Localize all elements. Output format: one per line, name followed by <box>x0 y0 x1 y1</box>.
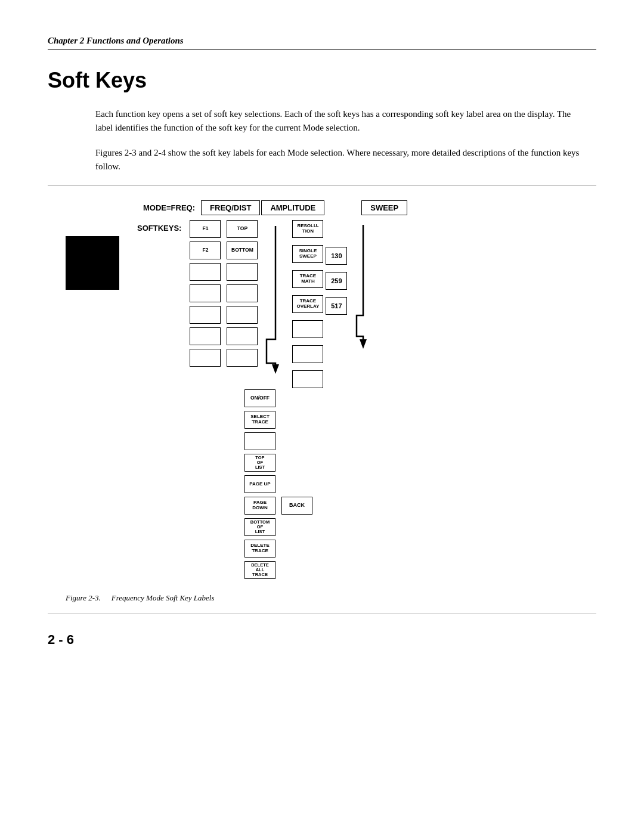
back-column: BACK <box>281 389 312 518</box>
key-single-sweep[interactable]: SINGLESWEEP <box>292 245 323 263</box>
mode-row: MODE=FREQ: FREQ/DIST AMPLITUDE SWEEP <box>143 200 578 215</box>
col1-freqdist: F1 F2 <box>190 220 221 370</box>
key-blank-4b[interactable] <box>227 327 258 345</box>
sweep-tab[interactable]: SWEEP <box>361 200 407 215</box>
key-resolution[interactable]: RESOLU-TION <box>292 220 323 238</box>
softkeys-label: SOFTKEYS: <box>137 224 181 233</box>
body-para1: Each function key opens a set of soft ke… <box>95 107 584 135</box>
key-page-up[interactable]: PAGE UP <box>244 475 275 493</box>
black-square-decoration <box>66 236 119 290</box>
section-title: Soft Keys <box>48 68 596 93</box>
key-blank-5a[interactable] <box>190 349 221 367</box>
key-blank-2b[interactable] <box>227 284 258 302</box>
submenu-column: ON/OFF SELECTTRACE TOPOFLIST PAGE UP PAG… <box>244 389 275 583</box>
svg-marker-0 <box>272 364 279 374</box>
key-delete-all-trace[interactable]: DELETEALLTRACE <box>244 561 275 579</box>
key-blank-sweep3[interactable] <box>292 370 323 388</box>
key-trace-math[interactable]: TRACEMATH <box>292 270 323 288</box>
chapter-header: Chapter 2 Functions and Operations <box>48 36 596 46</box>
key-top[interactable]: TOP <box>227 220 258 238</box>
col2-amplitude: TOP BOTTOM <box>227 220 258 370</box>
page-number: 2 - 6 <box>48 632 596 648</box>
key-blank-1b[interactable] <box>227 263 258 281</box>
key-bottom[interactable]: BOTTOM <box>227 241 258 259</box>
page: Chapter 2 Functions and Operations Soft … <box>0 0 644 683</box>
chapter-divider <box>48 49 596 50</box>
key-back[interactable]: BACK <box>281 497 312 515</box>
diagram-container: MODE=FREQ: FREQ/DIST AMPLITUDE SWEEP SOF… <box>137 200 578 583</box>
key-blank-4a[interactable] <box>190 327 221 345</box>
big-bracket-connector <box>264 220 287 375</box>
value-517: 517 <box>326 297 347 315</box>
key-blank-2a[interactable] <box>190 284 221 302</box>
key-blank-3b[interactable] <box>227 306 258 324</box>
key-f1[interactable]: F1 <box>190 220 221 238</box>
key-blank-sub1[interactable] <box>244 432 275 450</box>
key-blank-3a[interactable] <box>190 306 221 324</box>
key-top-of-list[interactable]: TOPOFLIST <box>244 454 275 472</box>
figure-caption: Figure 2-3. Frequency Mode Soft Key Labe… <box>66 592 596 603</box>
figure-area: MODE=FREQ: FREQ/DIST AMPLITUDE SWEEP SOF… <box>48 200 596 583</box>
key-delete-trace[interactable]: DELETETRACE <box>244 540 275 558</box>
figure-divider-top <box>48 185 596 186</box>
figure-caption-num: Figure 2-3. <box>66 593 101 602</box>
key-blank-5b[interactable] <box>227 349 258 367</box>
amplitude-tab[interactable]: AMPLITUDE <box>261 200 324 215</box>
body-para2: Figures 2-3 and 2-4 show the soft key la… <box>95 146 584 174</box>
value-259: 259 <box>326 272 347 290</box>
mode-label: MODE=FREQ: <box>143 203 195 212</box>
svg-marker-1 <box>360 339 367 349</box>
key-blank-sweep2[interactable] <box>292 345 323 363</box>
right-bracket-connector <box>354 220 372 351</box>
key-select-trace[interactable]: SELECTTRACE <box>244 411 275 429</box>
key-f2[interactable]: F2 <box>190 241 221 259</box>
col3-sweep: RESOLU-TION SINGLESWEEP 130 TRACEMATH 25… <box>292 220 347 395</box>
key-blank-sweep1[interactable] <box>292 320 323 338</box>
submenu-area: ON/OFF SELECTTRACE TOPOFLIST PAGE UP PAG… <box>244 389 578 583</box>
freq-dist-tab[interactable]: FREQ/DIST <box>201 200 260 215</box>
figure-caption-desc: Frequency Mode Soft Key Labels <box>112 593 215 602</box>
figure-divider-bottom <box>48 614 596 614</box>
key-blank-1a[interactable] <box>190 263 221 281</box>
key-page-down[interactable]: PAGEDOWN <box>244 497 275 515</box>
value-130: 130 <box>326 247 347 265</box>
key-bottom-of-list[interactable]: BOTTOMOFLIST <box>244 518 275 536</box>
key-trace-overlay[interactable]: TRACEOVERLAY <box>292 295 323 313</box>
